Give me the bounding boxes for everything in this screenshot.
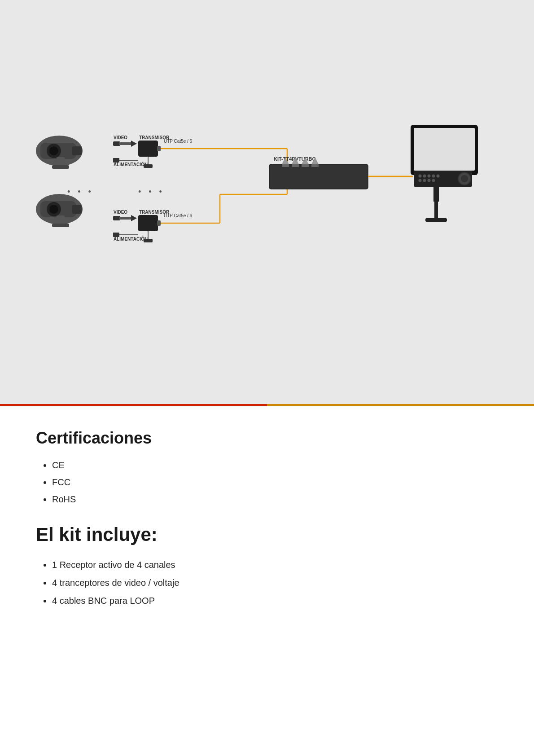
svg-point-56 <box>428 175 431 178</box>
diagram-svg: VIDEO TRANSMISOR UTP Cat5e / 6 ALIMENTAC… <box>27 98 503 295</box>
svg-marker-9 <box>131 141 137 147</box>
svg-point-58 <box>419 179 422 182</box>
kit-item-2: 4 tranceptores de video / voltaje <box>52 576 498 589</box>
svg-point-22 <box>49 205 58 214</box>
utp-label-1: UTP Cat5e / 6 <box>164 139 193 144</box>
svg-rect-10 <box>138 141 158 157</box>
svg-rect-28 <box>138 215 158 231</box>
svg-rect-14 <box>113 158 119 163</box>
utp-label-2: UTP Cat5e / 6 <box>164 213 193 218</box>
video-label-2: VIDEO <box>114 210 127 215</box>
dots-separator-2: • • • <box>138 187 165 196</box>
svg-rect-11 <box>157 146 161 151</box>
svg-point-55 <box>423 175 426 178</box>
kit-title: El kit incluye: <box>36 524 498 545</box>
svg-point-61 <box>432 179 435 182</box>
svg-rect-26 <box>119 217 132 220</box>
kit-item-1: 1 Receptor activo de 4 canales <box>52 558 498 571</box>
svg-rect-24 <box>52 224 69 227</box>
video-label-1: VIDEO <box>114 135 127 140</box>
svg-rect-17 <box>144 164 153 168</box>
dots-separator-1: • • • <box>67 187 94 196</box>
svg-rect-46 <box>311 164 319 167</box>
svg-rect-49 <box>425 218 447 222</box>
svg-point-59 <box>423 179 426 182</box>
svg-point-64 <box>461 175 468 182</box>
camera-2 <box>36 194 83 227</box>
svg-rect-45 <box>302 164 309 167</box>
svg-rect-44 <box>292 164 299 167</box>
svg-rect-51 <box>414 128 475 171</box>
cert-item-fcc: FCC <box>52 475 498 489</box>
svg-rect-20 <box>72 205 82 214</box>
svg-point-60 <box>428 179 431 182</box>
cert-list: CE FCC RoHS <box>36 458 498 506</box>
svg-rect-43 <box>282 164 289 167</box>
bottom-section: Certificaciones CE FCC RoHS El kit inclu… <box>0 406 534 639</box>
cert-item-ce: CE <box>52 458 498 472</box>
cert-item-rohs: RoHS <box>52 492 498 506</box>
svg-marker-27 <box>131 215 137 221</box>
svg-point-62 <box>437 175 440 178</box>
camera-1 <box>36 136 83 169</box>
diagram-area: VIDEO TRANSMISOR UTP Cat5e / 6 ALIMENTAC… <box>27 98 507 297</box>
svg-rect-34 <box>113 233 119 237</box>
diagram-section: VIDEO TRANSMISOR UTP Cat5e / 6 ALIMENTAC… <box>0 0 534 404</box>
svg-point-54 <box>419 175 422 178</box>
svg-rect-37 <box>144 239 153 242</box>
svg-rect-38 <box>269 164 368 189</box>
kit-list: 1 Receptor activo de 4 canales 4 trancep… <box>36 558 498 607</box>
svg-point-4 <box>49 146 58 155</box>
svg-rect-2 <box>72 146 82 155</box>
cert-title: Certificaciones <box>36 429 498 448</box>
svg-rect-29 <box>157 220 161 226</box>
back-panel <box>414 171 472 187</box>
svg-rect-6 <box>52 165 69 169</box>
svg-rect-8 <box>119 142 132 145</box>
svg-rect-48 <box>434 201 438 219</box>
kit-item-3: 4 cables BNC para LOOP <box>52 594 498 607</box>
svg-point-57 <box>432 175 435 178</box>
